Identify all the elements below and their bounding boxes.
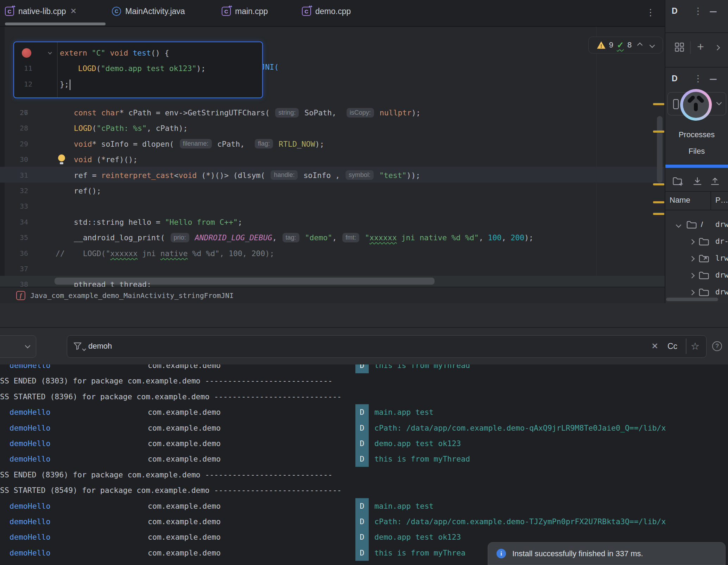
line-number[interactable]: 28 [0, 120, 28, 136]
logcat-process-row[interactable]: SS STARTED (8549) for package com.exampl… [0, 482, 728, 498]
file-tree-row[interactable]: drw [665, 267, 728, 284]
column-header-name[interactable]: Name [670, 196, 690, 205]
editor-tabs-menu-kebab-icon[interactable]: ⋮ [646, 7, 655, 18]
code-editor[interactable]: 19 Java_com_example_demo_MainActivity_st… [0, 27, 665, 287]
code-line-28[interactable]: 28 LOGD("cPath: %s", cPath); [0, 120, 665, 136]
log-message: cPath: /data/app/com.example.demo-qAxQ9j… [374, 420, 666, 436]
logcat-toolbar: ✕ Cc ☆ ? [0, 327, 728, 364]
editor-tab-main.cpp[interactable]: Cmain.cpp [222, 0, 268, 23]
logcat-message-row[interactable]: demoHellocom.example.demoDcPath: /data/a… [0, 420, 728, 436]
inspections-widget[interactable]: 9 ✓ 8 [588, 37, 663, 53]
close-icon[interactable]: ✕ [70, 7, 77, 15]
code-line-19[interactable]: 19 Java_com_example_demo_MainActivity_st… [0, 27, 665, 43]
code-line-32[interactable]: 32 ref(); [0, 183, 665, 199]
code-line-34[interactable]: 34 std::string hello = "Hello from C++"; [0, 214, 665, 230]
chevron-down-icon [25, 343, 31, 349]
code-line-27[interactable]: 27 const char* cPath = env->GetStringUTF… [0, 105, 665, 121]
code-line-38[interactable]: 38 pthread_t thread; [0, 277, 665, 287]
popup-code-line[interactable]: 11 LOGD("demo.app test ok123"); [14, 61, 262, 76]
line-number[interactable]: 38 [0, 277, 28, 287]
line-number[interactable]: 32 [0, 183, 28, 199]
file-tree-row[interactable]: /drw [665, 217, 728, 234]
chevron-right-icon[interactable] [689, 273, 695, 279]
log-tag: demoHello [10, 436, 51, 451]
help-icon[interactable]: ? [712, 341, 722, 351]
chevron-right-icon[interactable] [715, 45, 720, 51]
logcat-message-row[interactable]: demoHellocom.example.demoDmain.app test [0, 404, 728, 420]
tab-files[interactable]: Files [665, 147, 728, 156]
line-number[interactable]: 30 [0, 152, 28, 167]
column-header-permissions[interactable]: P… [715, 196, 728, 205]
logcat-device-dropdown[interactable] [0, 335, 36, 358]
tab-processes[interactable]: Processes [665, 130, 728, 139]
add-icon[interactable]: + [697, 40, 704, 53]
download-file-icon[interactable] [692, 176, 703, 186]
popup-code-line[interactable]: 12}; [14, 76, 262, 92]
editor-tab-native-lib.cpp[interactable]: Cnative-lib.cpp✕ [5, 0, 77, 23]
grid-layout-icon[interactable] [675, 42, 684, 52]
logcat-process-row[interactable]: SS ENDED (8303) for package com.example.… [0, 373, 728, 389]
peek-definition-popup[interactable]: extern "C" void test() {11 LOGD("demo.ap… [13, 42, 263, 98]
install-notification[interactable]: i Install successfully finished in 337 m… [488, 542, 726, 565]
file-tree-row[interactable]: lrw- [665, 250, 728, 267]
logcat-message-row[interactable]: demoHellocom.example.demoDthis is from m… [0, 364, 728, 373]
panel-horizontal-scrollbar[interactable] [666, 298, 718, 301]
new-folder-icon[interactable] [672, 176, 684, 186]
filter-funnel-icon[interactable] [73, 341, 83, 351]
logcat-message-row[interactable]: demoHellocom.example.demoDdemo.app test … [0, 436, 728, 451]
ok-count: 8 [627, 40, 632, 50]
log-package: com.example.demo [148, 436, 221, 451]
logcat-process-row[interactable]: SS ENDED (8396) for package com.example.… [0, 467, 728, 483]
chevron-right-icon[interactable] [689, 239, 695, 245]
next-problem-chevron-down-icon[interactable] [650, 42, 655, 48]
logcat-message-row[interactable]: demoHellocom.example.demoDmain.app test [0, 498, 728, 514]
chevron-right-icon[interactable] [689, 256, 695, 262]
logcat-message-row[interactable]: demoHellocom.example.demoDcPath: /data/a… [0, 514, 728, 529]
line-number[interactable]: 29 [0, 136, 28, 152]
line-number[interactable]: 35 [0, 230, 28, 246]
line-number[interactable]: 36 [0, 246, 28, 261]
log-message: main.app test [374, 404, 433, 420]
code-line-36[interactable]: 36// LOGD("xxxxxx jni native %d %d", 100… [0, 246, 665, 261]
code-line-30[interactable]: 30 void (*ref)(); [0, 152, 665, 167]
search-input[interactable] [88, 336, 405, 357]
breadcrumb[interactable]: Java_com_example_demo_MainActivity_strin… [30, 291, 234, 300]
log-message: demo.app test ok123 [374, 529, 461, 545]
line-number[interactable]: 34 [0, 214, 28, 230]
code-line-31[interactable]: 31 ref = reinterpret_cast<void (*)()> (d… [0, 167, 665, 183]
file-tree-row[interactable]: dr-x [665, 234, 728, 250]
logcat-message-row[interactable]: demoHellocom.example.demoDthis is from m… [0, 451, 728, 467]
popup-code-line[interactable]: extern "C" void test() { [14, 45, 262, 61]
logcat-output[interactable]: demoHellocom.example.demoDthis is from m… [0, 364, 728, 565]
chevron-down-icon[interactable] [676, 222, 682, 228]
logcat-process-row[interactable]: SS STARTED (8396) for package com.exampl… [0, 389, 728, 405]
line-number[interactable]: 33 [0, 198, 28, 214]
editor-tab-demo.cpp[interactable]: Cdemo.cpp [302, 0, 351, 23]
chevron-right-icon[interactable] [689, 290, 695, 296]
minimize-icon[interactable] [710, 11, 717, 12]
editor-tab-MainActivity.java[interactable]: CMainActivity.java [112, 0, 185, 23]
clear-filter-icon[interactable]: ✕ [651, 336, 658, 357]
line-number[interactable]: 27 [0, 105, 28, 121]
tool-window-options-kebab-icon[interactable]: ⋮ [694, 6, 703, 16]
logcat-filter-field[interactable]: ✕ Cc ☆ [67, 335, 707, 358]
log-message: cPath: /data/app/com.example.demo-TJZymP… [374, 514, 666, 529]
prev-problem-chevron-up-icon[interactable] [637, 42, 643, 48]
code-line-37[interactable]: 37 [0, 261, 665, 277]
code-line-33[interactable]: 33 [0, 198, 665, 214]
upload-file-icon[interactable] [710, 176, 720, 186]
match-case-toggle[interactable]: Cc [667, 336, 677, 357]
minimize-icon[interactable] [710, 79, 717, 80]
chevron-down-icon[interactable] [48, 50, 52, 54]
tab-label: main.cpp [235, 7, 268, 16]
line-number[interactable]: 31 [0, 167, 28, 183]
function-icon: f [16, 291, 25, 300]
breakpoint-dot[interactable] [22, 48, 31, 58]
code-line-29[interactable]: 29 void* soInfo = dlopen( filename: cPat… [0, 136, 665, 152]
code-line-35[interactable]: 35 __android_log_print( prio: ANDROID_LO… [0, 230, 665, 246]
column-divider[interactable] [710, 191, 711, 210]
favorite-star-icon[interactable]: ☆ [691, 336, 699, 357]
tool-window-options-kebab-icon[interactable]: ⋮ [694, 73, 703, 84]
line-number[interactable]: 37 [0, 261, 28, 277]
filter-options-caret-icon[interactable] [82, 347, 86, 351]
